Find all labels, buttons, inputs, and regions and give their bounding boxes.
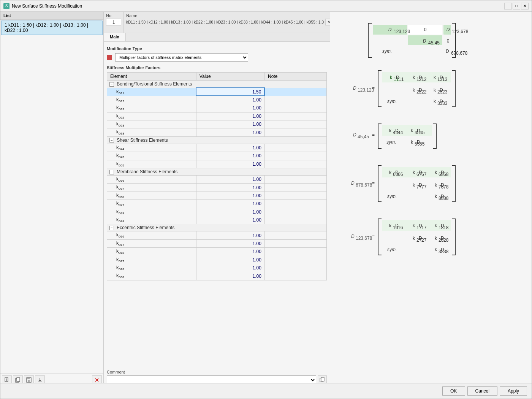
name-value: kD11 : 1.50 | kD12 : 1.00 | kD13 : 1.00 … [126, 20, 324, 24]
name-row: kD11 : 1.50 | kD12 : 1.00 | kD13 : 1.00 … [126, 19, 330, 25]
table-row[interactable]: kD16 1.00 [107, 231, 327, 239]
svg-text:k: k [435, 182, 437, 188]
mod-type-label: Modification Type [107, 46, 327, 51]
svg-text:k: k [413, 170, 415, 175]
table-row[interactable]: kD66 1.00 [107, 176, 327, 184]
svg-text:12: 12 [421, 77, 427, 82]
group-toggle-eccentric[interactable]: − [109, 226, 114, 230]
table-row[interactable]: kD27 1.00 [107, 256, 327, 264]
title-buttons: − □ ✕ [504, 3, 529, 10]
list-item[interactable]: 1 kD11 : 1.50 | kD12 : 1.00 | kD13 : 1.0… [1, 21, 103, 35]
group-toggle-membrane[interactable]: − [109, 170, 114, 174]
table-row[interactable]: kD23 1.00 [107, 120, 327, 128]
svg-text:sym.: sym. [382, 49, 392, 54]
table-row[interactable]: kD28 1.00 [107, 264, 327, 272]
svg-text:67: 67 [421, 172, 427, 177]
svg-text:27: 27 [421, 238, 427, 243]
apply-button[interactable]: Apply [500, 386, 527, 396]
right-panel: D 123,123 0 D 123,678 D 45,45 0 sym. D 6… [330, 12, 532, 399]
svg-rect-5 [17, 378, 20, 382]
svg-text:68: 68 [443, 172, 449, 177]
table-row[interactable]: kD18 1.00 [107, 248, 327, 256]
table-row[interactable]: kD77 1.00 [107, 200, 327, 208]
table-row[interactable]: kD44 1.00 [107, 144, 327, 152]
minimize-button[interactable]: − [504, 3, 512, 10]
no-label: No. [106, 13, 121, 18]
svg-rect-24 [321, 377, 324, 381]
svg-text:678,678: 678,678 [451, 51, 468, 56]
table-row[interactable]: kD68 1.00 [107, 192, 327, 200]
table-row[interactable]: kD45 1.00 [107, 152, 327, 160]
main-content: List 1 kD11 : 1.50 | kD12 : 1.00 | kD13 … [0, 12, 532, 399]
svg-text:0: 0 [424, 27, 427, 32]
svg-text:17: 17 [421, 225, 427, 230]
table-row[interactable]: kD67 1.00 [107, 184, 327, 192]
table-row[interactable]: kD88 1.00 [107, 216, 327, 224]
mod-type-select[interactable]: Multiplier factors of stiffness matrix e… [115, 53, 248, 62]
group-membrane[interactable]: − Membrane Stiffness Elements [107, 168, 327, 176]
svg-text:k: k [413, 87, 415, 93]
edit-name-button[interactable]: ✎ [325, 19, 330, 25]
svg-text:k: k [435, 170, 437, 175]
col-value: Value [196, 73, 264, 81]
svg-text:23: 23 [442, 89, 448, 95]
svg-text:k: k [413, 223, 415, 228]
table-row[interactable]: kD17 1.00 [107, 239, 327, 247]
tab-main[interactable]: Main [104, 33, 126, 41]
svg-text:D: D [388, 27, 392, 32]
svg-text:123,678: 123,678 [452, 29, 469, 34]
close-window-button[interactable]: ✕ [521, 3, 529, 10]
name-label: Name [126, 13, 330, 18]
stiffness-table: Element Value Note − Bending/Torsional S… [107, 72, 327, 280]
svg-text:k: k [434, 75, 436, 80]
tab-bar: Main [104, 33, 330, 42]
name-section: Name kD11 : 1.50 | kD12 : 1.00 | kD13 : … [124, 12, 330, 33]
svg-text:k: k [435, 223, 437, 228]
title-bar: S New Surface Stiffness Modification − □… [0, 0, 532, 12]
svg-text:678,678: 678,678 [356, 182, 372, 188]
ok-button[interactable]: OK [442, 386, 465, 396]
title-bar-left: S New Surface Stiffness Modification [3, 3, 82, 9]
table-row[interactable]: kD78 1.00 [107, 208, 327, 216]
restore-button[interactable]: □ [513, 3, 520, 10]
svg-text:k: k [389, 128, 392, 133]
svg-text:=: = [372, 180, 375, 186]
table-row[interactable]: kD22 1.00 [107, 112, 327, 120]
group-eccentric[interactable]: − Eccentric Stiffness Elements [107, 224, 327, 231]
svg-text:k: k [413, 236, 415, 241]
table-row[interactable]: kD33 1.00 [107, 128, 327, 136]
table-row[interactable]: kD38 1.00 [107, 272, 327, 280]
table-row[interactable]: kD13 1.00 [107, 104, 327, 112]
svg-text:sym.: sym. [387, 194, 397, 199]
svg-text:k: k [389, 223, 392, 228]
group-toggle-bending[interactable]: − [109, 82, 114, 87]
no-input[interactable] [106, 19, 121, 25]
svg-text:k: k [435, 194, 437, 199]
table-header-row: Element Value Note [107, 73, 327, 81]
comment-label: Comment [107, 370, 327, 374]
group-shear[interactable]: − Shear Stiffness Elements [107, 136, 327, 144]
stiffness-label: Stiffness Multiplier Factors [107, 65, 327, 70]
svg-text:66: 66 [398, 172, 403, 177]
svg-text:k: k [389, 170, 392, 175]
svg-text:k: k [413, 182, 415, 188]
left-panel: List 1 kD11 : 1.50 | kD12 : 1.00 | kD13 … [0, 12, 104, 399]
table-row[interactable]: kD11 1.50 [107, 88, 327, 96]
svg-text:D: D [353, 132, 356, 138]
group-bending[interactable]: − Bending/Torsional Stiffness Elements [107, 81, 327, 88]
table-row[interactable]: kD55 1.00 [107, 160, 327, 168]
svg-text:28: 28 [443, 238, 449, 243]
no-section: No. [104, 12, 124, 33]
svg-text:sym.: sym. [386, 139, 396, 145]
svg-text:45: 45 [420, 130, 425, 135]
svg-rect-7 [27, 378, 30, 379]
group-toggle-shear[interactable]: − [109, 138, 114, 142]
cancel-button[interactable]: Cancel [467, 386, 497, 396]
svg-text:123,123: 123,123 [394, 29, 410, 34]
svg-text:=: = [372, 86, 375, 91]
svg-text:D: D [353, 86, 356, 91]
table-row[interactable]: kD12 1.00 [107, 96, 327, 104]
svg-text:k: k [411, 128, 413, 133]
svg-text:45,45: 45,45 [358, 134, 369, 139]
svg-text:sym.: sym. [387, 99, 397, 104]
